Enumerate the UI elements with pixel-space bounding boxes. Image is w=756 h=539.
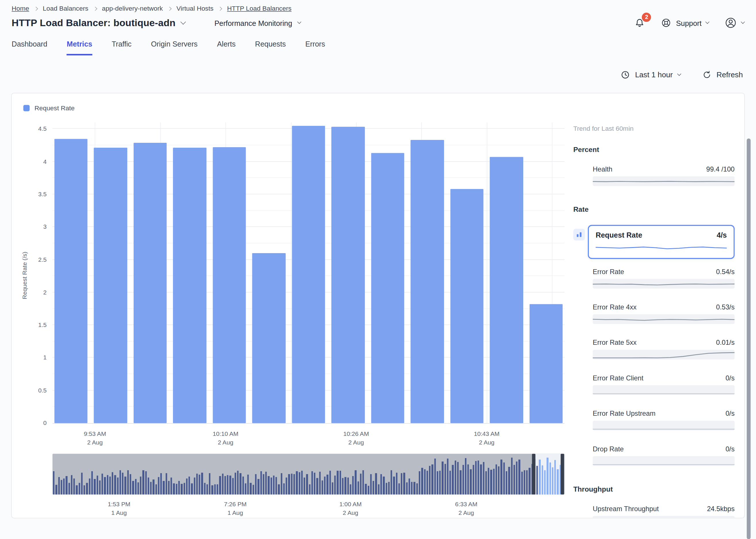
minimap-bar bbox=[337, 471, 339, 495]
page-title: HTTP Load Balancer: boutique-adn bbox=[12, 17, 176, 29]
minimap-bar bbox=[380, 474, 382, 495]
minimap-bar bbox=[375, 473, 377, 495]
minimap-bar bbox=[291, 474, 292, 495]
breadcrumb-virtual-hosts[interactable]: Virtual Hosts bbox=[177, 5, 213, 12]
minimap-bar bbox=[158, 477, 160, 495]
minimap-bar bbox=[255, 474, 257, 495]
minimap-bar bbox=[419, 471, 420, 495]
minimap-bar bbox=[401, 473, 403, 495]
minimap-bar bbox=[370, 474, 372, 495]
minimap-bar bbox=[483, 462, 485, 495]
chart-bar bbox=[134, 143, 167, 423]
metric-row-drop-rate[interactable]: Drop Rate 0/s bbox=[593, 445, 735, 466]
minimap-bar bbox=[452, 465, 454, 495]
minimap-bar bbox=[447, 459, 449, 495]
y-tick-label: 1 bbox=[43, 354, 47, 361]
minimap-bar bbox=[493, 469, 495, 495]
tab-traffic[interactable]: Traffic bbox=[112, 40, 132, 55]
chevron-right-icon bbox=[218, 6, 222, 10]
minimap-bar bbox=[209, 473, 211, 495]
chart-bar bbox=[529, 304, 563, 423]
view-selector-dropdown[interactable]: Performance Monitoring bbox=[214, 19, 301, 27]
minimap-tick-label: 1:00 AM2 Aug bbox=[340, 501, 362, 517]
y-tick-label: 4.5 bbox=[38, 125, 46, 132]
y-tick-label: 3 bbox=[43, 223, 47, 230]
minimap-bar bbox=[168, 481, 170, 495]
minimap-bar bbox=[247, 475, 249, 495]
tab-alerts[interactable]: Alerts bbox=[217, 40, 236, 55]
chart-legend[interactable]: Request Rate bbox=[23, 105, 565, 112]
minimap-bar bbox=[304, 478, 305, 495]
minimap-bar bbox=[288, 474, 290, 495]
minimap-bar bbox=[554, 460, 556, 495]
metric-row-error-rate[interactable]: Error Rate 0.54/s bbox=[593, 268, 735, 289]
vertical-scrollbar[interactable] bbox=[747, 138, 751, 539]
metric-row-health[interactable]: Health 99.4 /100 bbox=[593, 165, 735, 186]
tab-errors[interactable]: Errors bbox=[305, 40, 325, 55]
minimap-bar bbox=[340, 471, 341, 495]
minimap-bar bbox=[396, 473, 397, 495]
breadcrumb-load-balancers[interactable]: Load Balancers bbox=[43, 5, 89, 12]
chart-bar bbox=[213, 147, 246, 423]
bar-chart-type-icon[interactable] bbox=[573, 229, 585, 241]
tab-requests[interactable]: Requests bbox=[255, 40, 286, 55]
time-brush-minimap[interactable] bbox=[52, 454, 565, 495]
minimap-bar bbox=[332, 482, 334, 495]
notifications-button[interactable]: 2 bbox=[634, 17, 645, 29]
minimap-bar-series bbox=[52, 454, 565, 495]
breadcrumb-namespace[interactable]: app-delivery-network bbox=[102, 5, 163, 12]
minimap-bar bbox=[66, 476, 67, 495]
metric-row-error-rate-upstream[interactable]: Error Rate Upstream 0/s bbox=[593, 410, 735, 430]
minimap-bar bbox=[470, 469, 472, 495]
metric-row-error-rate-4xx[interactable]: Error Rate 4xx 0.53/s bbox=[593, 303, 735, 324]
minimap-bar bbox=[53, 471, 55, 495]
minimap-bar bbox=[117, 478, 119, 495]
minimap-bar bbox=[242, 476, 244, 495]
minimap-bar bbox=[521, 472, 523, 495]
metric-row-upstream-throughput[interactable]: Upstream Throughput 24.5kbps bbox=[593, 505, 735, 518]
minimap-axis: 1:53 PM1 Aug7:26 PM1 Aug1:00 AM2 Aug6:33… bbox=[52, 495, 565, 516]
bar-series bbox=[52, 122, 565, 423]
title-dropdown-chevron-icon[interactable] bbox=[181, 19, 186, 25]
y-tick-label: 1.5 bbox=[38, 322, 46, 329]
tab-metrics[interactable]: Metrics bbox=[67, 40, 92, 55]
chart-bar bbox=[332, 127, 365, 423]
minimap-bar bbox=[240, 473, 241, 495]
tab-dashboard[interactable]: Dashboard bbox=[12, 40, 47, 55]
minimap-bar bbox=[160, 474, 162, 495]
minimap-bar bbox=[122, 473, 124, 495]
minimap-bar bbox=[181, 484, 183, 495]
minimap-bar bbox=[199, 475, 200, 495]
sparkline bbox=[593, 385, 735, 395]
metric-row-error-rate-5xx[interactable]: Error Rate 5xx 0.01/s bbox=[593, 339, 735, 359]
support-menu[interactable]: Support bbox=[661, 18, 709, 28]
minimap-bar bbox=[383, 477, 385, 495]
minimap-bar bbox=[278, 485, 280, 495]
brush-handle-left[interactable] bbox=[532, 454, 535, 495]
tab-origin-servers[interactable]: Origin Servers bbox=[151, 40, 197, 55]
time-range-dropdown[interactable]: Last 1 hour bbox=[620, 70, 680, 80]
minimap-bar bbox=[506, 471, 507, 495]
y-axis-title: Request Rate (/s) bbox=[21, 252, 28, 299]
metric-row-error-rate-client[interactable]: Error Rate Client 0/s bbox=[593, 374, 735, 395]
minimap-bar bbox=[449, 471, 451, 495]
minimap-bar bbox=[163, 481, 165, 495]
brush-handle-right[interactable] bbox=[561, 454, 564, 495]
minimap-bar bbox=[55, 485, 57, 495]
refresh-button[interactable]: Refresh bbox=[702, 70, 743, 80]
breadcrumb-http-load-balancers[interactable]: HTTP Load Balancers bbox=[227, 5, 291, 12]
breadcrumb-home[interactable]: Home bbox=[12, 5, 29, 12]
account-menu[interactable] bbox=[724, 16, 744, 29]
trend-panel-title: Trend for Last 60min bbox=[573, 125, 734, 132]
minimap-bar bbox=[485, 472, 487, 495]
minimap-bar bbox=[373, 481, 374, 495]
minimap-bar bbox=[316, 478, 318, 495]
metric-row-request-rate[interactable]: Request Rate 4/s bbox=[588, 225, 735, 259]
minimap-bar bbox=[496, 464, 497, 495]
chart-toolbar: Last 1 hour Refresh bbox=[0, 70, 756, 80]
minimap-bar bbox=[327, 474, 329, 495]
minimap-bar bbox=[150, 482, 152, 495]
minimap-bar bbox=[265, 472, 267, 495]
metric-value: 0/s bbox=[725, 410, 735, 417]
minimap-bar bbox=[196, 474, 198, 495]
